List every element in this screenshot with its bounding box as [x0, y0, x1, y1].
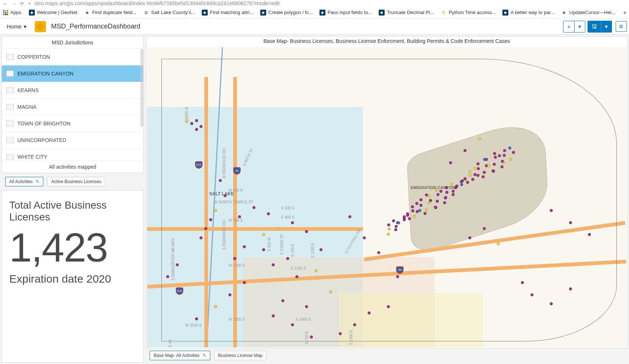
bookmark-item[interactable]: ▦Salt Lake County's... — [143, 10, 195, 16]
map-point[interactable] — [550, 302, 553, 305]
map-point[interactable] — [483, 227, 486, 230]
reload-icon[interactable]: ⟳ — [20, 1, 24, 6]
list-item[interactable]: TOWN OF BRIGHTON — [2, 115, 143, 132]
bookmark-item[interactable]: ◆Welcome | GeoNet — [29, 10, 77, 16]
map-point[interactable] — [476, 174, 479, 177]
map-point[interactable] — [176, 263, 179, 266]
map-point[interactable] — [429, 199, 432, 202]
bookmark-item[interactable]: ✪Python Time access... — [441, 10, 496, 16]
map-point[interactable] — [466, 181, 469, 184]
map-point[interactable] — [348, 215, 351, 218]
map-point[interactable] — [439, 190, 442, 193]
map-point[interactable] — [406, 212, 409, 215]
bookmark-item[interactable]: ◆Create polygon / fc... — [260, 10, 313, 16]
map-point[interactable] — [277, 227, 280, 230]
map-point[interactable] — [395, 225, 398, 228]
map-point[interactable] — [238, 215, 241, 218]
home-button[interactable]: Home ▾ — [4, 22, 30, 31]
map-point[interactable] — [329, 290, 332, 293]
map-point[interactable] — [550, 209, 553, 212]
map-point[interactable] — [425, 208, 428, 211]
map-panel[interactable]: Base Map- Business Licenses, Business Li… — [146, 36, 628, 348]
map-point[interactable] — [435, 189, 438, 192]
map-point[interactable] — [487, 164, 490, 167]
list-item[interactable]: MAGNA — [2, 99, 143, 115]
map-point[interactable] — [443, 201, 446, 204]
list-item[interactable]: COPPERTON — [2, 49, 143, 65]
scrollbar[interactable] — [140, 49, 143, 127]
bookmark-item[interactable]: ◆Truncate Decimal Pl... — [379, 10, 434, 16]
map-point[interactable] — [493, 152, 496, 155]
list-item[interactable]: WHITE CITY — [2, 149, 143, 161]
map-point[interactable] — [436, 193, 439, 196]
map-point[interactable] — [387, 223, 390, 226]
map-point[interactable] — [387, 305, 390, 308]
map-point[interactable] — [569, 221, 572, 224]
map-point[interactable] — [469, 174, 472, 177]
map-point[interactable] — [262, 248, 265, 251]
bookmark-item[interactable]: ◆Pass input fields to... — [319, 10, 372, 16]
map-point[interactable] — [185, 119, 188, 122]
map-point[interactable] — [272, 314, 275, 317]
map-point[interactable] — [291, 221, 294, 224]
bookmark-item[interactable]: ◆Find matching attri... — [202, 10, 254, 16]
pencil-icon[interactable]: ✎ — [203, 353, 206, 358]
bookmark-item[interactable]: ◉UpdateCursor—Hel... — [561, 10, 615, 16]
selector-tab[interactable]: Active Business Licenses — [47, 177, 105, 186]
add-button[interactable]: + — [563, 21, 574, 32]
map-point[interactable] — [166, 275, 169, 278]
map-point[interactable] — [444, 196, 447, 199]
map-point[interactable] — [363, 236, 366, 239]
map-point[interactable] — [483, 171, 486, 174]
apps-button[interactable]: Apps — [3, 10, 21, 15]
map-point[interactable] — [476, 162, 479, 165]
map-point[interactable] — [377, 251, 380, 254]
map-point[interactable] — [477, 167, 480, 170]
map-point[interactable] — [493, 163, 496, 166]
map-point[interactable] — [434, 206, 437, 209]
pencil-icon[interactable]: ✎ — [36, 179, 39, 184]
map-point[interactable] — [228, 293, 231, 296]
map-point[interactable] — [501, 165, 503, 168]
map-point[interactable] — [403, 215, 406, 218]
map-point[interactable] — [454, 186, 457, 189]
map-point[interactable] — [190, 122, 193, 125]
map-point[interactable] — [195, 119, 198, 122]
save-button[interactable]: 🖫 — [588, 21, 601, 32]
map-point[interactable] — [267, 212, 270, 215]
map-point[interactable] — [195, 317, 198, 320]
bookmark-item[interactable]: ◆A better way to par... — [502, 10, 555, 16]
list-item[interactable]: KEARNS — [2, 82, 143, 99]
map-point[interactable] — [474, 173, 476, 176]
map-point[interactable] — [449, 161, 452, 164]
map-point[interactable] — [468, 170, 471, 173]
map-point[interactable] — [512, 151, 515, 154]
map-point[interactable] — [460, 183, 463, 186]
forward-icon[interactable]: → — [11, 1, 16, 6]
map-point[interactable] — [200, 236, 203, 239]
settings-button[interactable]: ⚙ — [616, 21, 627, 32]
map-point[interactable] — [408, 217, 411, 220]
map-point[interactable] — [471, 178, 474, 181]
map-point[interactable] — [445, 191, 448, 194]
map-point[interactable] — [394, 228, 397, 231]
map-point[interactable] — [387, 233, 390, 236]
selector-tab[interactable]: All Activities✎ — [5, 177, 43, 186]
map-point[interactable] — [478, 137, 481, 140]
map-point[interactable] — [286, 257, 289, 260]
map-point[interactable] — [509, 158, 512, 161]
map-point[interactable] — [497, 242, 500, 245]
map-point[interactable] — [569, 287, 572, 290]
map-point[interactable] — [485, 158, 488, 161]
bookmark-item[interactable]: ◉Find duplicate field... — [84, 10, 136, 16]
map-point[interactable] — [588, 233, 591, 236]
list-item[interactable]: UNINCORPORATED — [2, 132, 143, 149]
add-dropdown-button[interactable]: ▾ — [574, 21, 585, 32]
map-point[interactable] — [503, 149, 506, 152]
save-dropdown-button[interactable]: ▾ — [601, 21, 612, 32]
map-canvas[interactable]: 215 15 80 215 SALT LAKE EMIGRATION CANYO… — [147, 47, 626, 347]
map-point[interactable] — [411, 209, 414, 212]
map-point[interactable] — [419, 198, 422, 201]
map-point[interactable] — [368, 311, 371, 314]
map-point[interactable] — [531, 293, 533, 296]
